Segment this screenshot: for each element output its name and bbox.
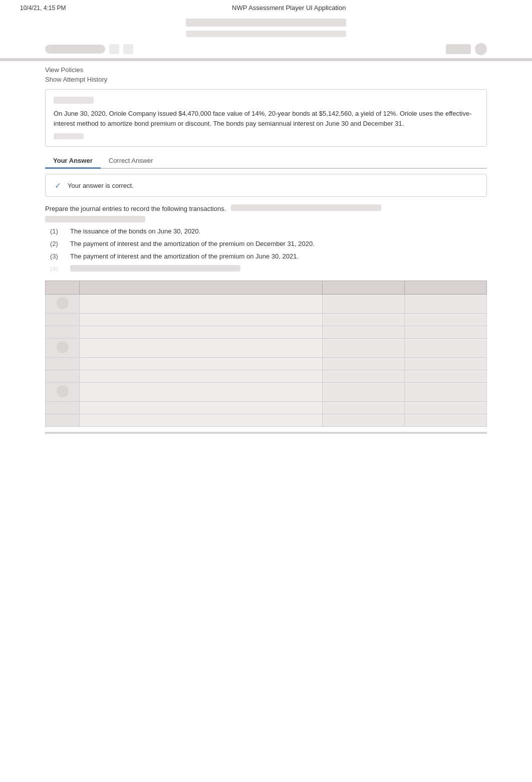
tab-your-answer[interactable]: Your Answer: [45, 154, 101, 169]
journal-table-wrapper: Date Account Title and Explanation Debit…: [45, 281, 487, 427]
instructions-area: Prepare the journal entries to record th…: [45, 204, 487, 222]
row-account-1c: Premium: [80, 326, 323, 338]
row-date-3: [46, 382, 80, 401]
row-date-1c: [46, 326, 80, 338]
correct-message: Your answer is correct.: [68, 182, 134, 189]
instructions-text: Prepare the journal entries to record th…: [45, 205, 226, 212]
item-text-2: The payment of interest and the amortiza…: [70, 240, 315, 247]
page-wrapper: 10/4/21, 4:15 PM NWP Assessment Player U…: [0, 0, 532, 782]
bottom-border-bar: [45, 432, 487, 434]
table-row: Bonds Premium 180: [46, 401, 487, 414]
row-date-2: [46, 338, 80, 357]
list-item: (2) The payment of interest and the amor…: [50, 240, 487, 247]
row-debit-2: 8,820: [322, 338, 404, 357]
col-debit: Debit: [322, 281, 404, 294]
next-button-blurred[interactable]: [123, 44, 133, 54]
datetime: 10/4/21, 4:15 PM: [20, 5, 66, 12]
tab-correct-answer[interactable]: Correct Answer: [101, 154, 161, 169]
row-credit-3b: [404, 401, 486, 414]
points-blurred: [54, 133, 84, 139]
separator-bar: [0, 58, 532, 61]
list-item-blurred: (4): [50, 265, 487, 273]
correct-box: ✓ Your answer is correct.: [45, 174, 487, 197]
content-area: View Policies Show Attempt History On Ju…: [0, 61, 532, 439]
table-row: Interest 8,820: [46, 338, 487, 357]
item-text-3: The payment of interest and the amortiza…: [70, 252, 299, 260]
row-debit-1c: [322, 326, 404, 338]
instructions-blurred-2: [45, 216, 145, 222]
item-text-4-blurred: [70, 265, 240, 272]
row-date-2b: [46, 357, 80, 370]
question-label-blurred: [45, 45, 105, 54]
secondary-nav-blurred: [186, 31, 346, 37]
row-debit-3: 8,820: [322, 382, 404, 401]
row-credit-1c: 672,560: [404, 326, 486, 338]
app-title: NWP Assessment Player UI Application: [232, 4, 346, 12]
item-num-4-blurred: (4): [50, 265, 62, 273]
table-row: Cash 9,000: [46, 414, 487, 426]
question-number-blurred: [54, 97, 94, 104]
row-credit-1b: 4,470,000: [404, 313, 486, 326]
item-num-1: (1): [50, 227, 62, 235]
save-button-blurred[interactable]: [446, 44, 471, 54]
settings-button-blurred[interactable]: [475, 43, 487, 55]
question-bar-left: [45, 44, 133, 54]
transaction-list: (1) The issuance of the bonds on June 30…: [50, 227, 487, 273]
list-item: (1) The issuance of the bonds on June 30…: [50, 227, 487, 235]
instructions-blurred: [231, 204, 381, 211]
row-debit-1b: [322, 313, 404, 326]
row-account-2c: Cash: [80, 370, 323, 382]
row-account-1: Cash: [80, 294, 323, 313]
row-debit-3b: 180: [322, 401, 404, 414]
row-credit-1: [404, 294, 486, 313]
nav-area: [0, 16, 532, 30]
table-row: Bonds Premium 180: [46, 357, 487, 370]
row-account-2b: Bonds Premium: [80, 357, 323, 370]
row-account-3c: Cash: [80, 414, 323, 426]
table-row: Cash 9,000: [46, 370, 487, 382]
list-item: (3) The payment of interest and the amor…: [50, 252, 487, 260]
col-account: Account Title and Explanation: [80, 281, 323, 294]
row-account-2: Interest: [80, 338, 323, 357]
row-date-2c: [46, 370, 80, 382]
row-account-3b: Bonds Premium: [80, 401, 323, 414]
prev-button-blurred[interactable]: [109, 44, 119, 54]
row-date-3c: [46, 414, 80, 426]
row-credit-3: [404, 382, 486, 401]
question-bar: [0, 40, 532, 58]
check-icon: ✓: [53, 180, 63, 190]
col-credit: Credit: [404, 281, 486, 294]
row-debit-2b: 180: [322, 357, 404, 370]
question-bar-right: [446, 43, 487, 55]
nav-blurred: [186, 19, 346, 27]
item-text-1: The issuance of the bonds on June 30, 20…: [70, 227, 200, 235]
table-row: Cash 5,142,560: [46, 294, 487, 313]
row-debit-2c: [322, 370, 404, 382]
row-date-1: [46, 294, 80, 313]
table-row: Premium 672,560: [46, 326, 487, 338]
table-row: Bonds Payable 4,470,000: [46, 313, 487, 326]
item-num-2: (2): [50, 240, 62, 247]
row-debit-3c: [322, 414, 404, 426]
show-attempt-link[interactable]: Show Attempt History: [45, 76, 487, 83]
item-num-3: (3): [50, 252, 62, 260]
row-account-3: Interest: [80, 382, 323, 401]
row-debit-1: 5,142,560: [322, 294, 404, 313]
row-account-1b: Bonds Payable: [80, 313, 323, 326]
col-date: Date: [46, 281, 80, 294]
question-box: On June 30, 2020, Oriole Company issued …: [45, 89, 487, 147]
row-credit-2b: [404, 357, 486, 370]
row-credit-3c: 9,000: [404, 414, 486, 426]
row-date-1b: [46, 313, 80, 326]
table-row: Interest 8,820: [46, 382, 487, 401]
row-credit-2: [404, 338, 486, 357]
tabs-row: Your Answer Correct Answer: [45, 154, 487, 169]
question-text: On June 30, 2020, Oriole Company issued …: [54, 109, 478, 128]
view-policies-link[interactable]: View Policies: [45, 66, 487, 74]
top-bar: 10/4/21, 4:15 PM NWP Assessment Player U…: [0, 0, 532, 16]
table-header-row: Date Account Title and Explanation Debit…: [46, 281, 487, 294]
journal-table: Date Account Title and Explanation Debit…: [45, 281, 487, 427]
row-date-3b: [46, 401, 80, 414]
row-credit-2c: 9,000: [404, 370, 486, 382]
